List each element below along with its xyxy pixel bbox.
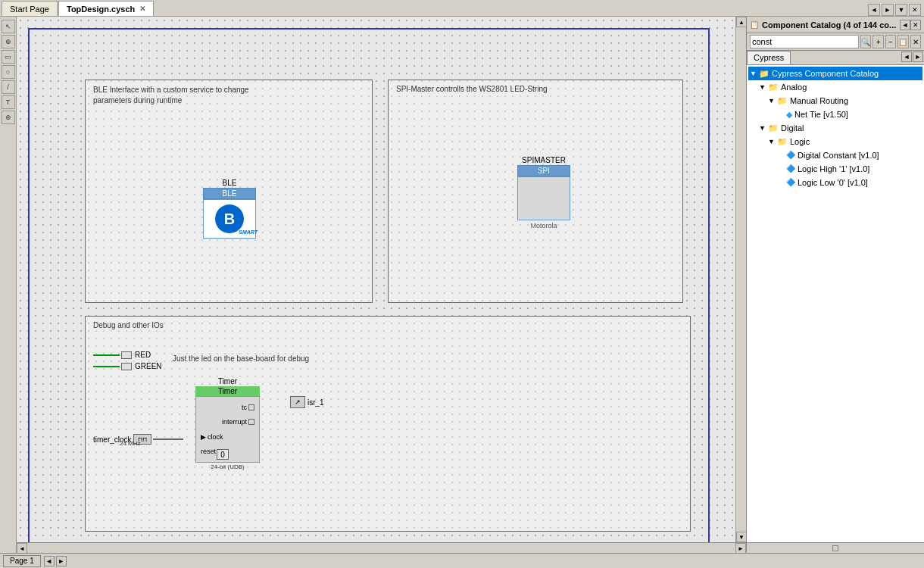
timer-header: Timer [195,386,260,396]
timer-bit-label: 24-bit (UDB) [195,463,260,470]
red-label: RED [135,351,151,359]
text-tool[interactable]: T [2,95,15,109]
tree-toggle-manual[interactable]: ▼ [768,95,777,107]
spi-body [517,176,570,220]
debug-desc-label: Just the led on the base-board for debug [173,354,309,363]
tab-close-icon[interactable]: ✕ [139,5,145,13]
analog-folder-icon: 📁 [768,81,779,93]
wire-tool[interactable]: ⊕ [2,35,15,48]
status-bar: Page 1 ◄ ► [0,553,924,568]
clock-freq-label: 24 MHz [120,440,141,447]
digital-label: Digital [781,122,804,134]
tree-item-logic-low[interactable]: 🔷 Logic Low '0' [v1.0] [748,176,922,189]
red-led: RED [93,351,151,359]
vertical-scrollbar[interactable]: ▲ ▼ [735,17,746,542]
bluetooth-smart-label: SMART [239,229,258,235]
collapse-btn[interactable]: − [885,35,896,48]
left-toolbar: ↖ ⊕ ▭ ○ / T ⊕ [0,17,17,553]
main-canvas: BLE Interface with a custom service to c… [17,17,735,542]
timer-clock-port-label: clock [208,433,223,441]
line-tool[interactable]: / [2,80,15,94]
ellipse-tool[interactable]: ○ [2,65,15,79]
tab-controls: ◄ ► ▼ ✕ [868,4,924,16]
catalog-search-bar: 🔍 + − 📋 ✕ [747,33,924,51]
catalog-search-input[interactable] [750,35,859,48]
page-nav: ◄ ► [44,556,67,566]
tree-item-catalog-root[interactable]: ▼ 📁 Cypress Component Catalog [748,67,922,80]
tree-area[interactable]: ▼ 📁 Cypress Component Catalog ▼ 📁 Analog [747,65,924,542]
rect-tool[interactable]: ▭ [2,50,15,64]
tree-toggle-catalog[interactable]: ▼ [750,67,759,80]
spi-header: SPI [517,165,570,176]
tab-nav-right[interactable]: ► [913,51,923,62]
scroll-h-track[interactable] [27,543,735,553]
tree-item-logic-high[interactable]: 🔷 Logic High '1' [v1.0] [748,162,922,176]
net-tie-label: Net Tie [v1.50] [794,108,848,120]
spi-subsystem-box: SPI-Master controlls the WS2801 LED-Stri… [388,80,683,303]
cypress-tab[interactable]: Cypress [747,51,791,64]
scroll-down-btn[interactable]: ▼ [736,532,747,542]
spi-subsystem-label: SPI-Master controlls the WS2801 LED-Stri… [396,85,548,93]
scroll-up-btn[interactable]: ▲ [736,17,747,27]
tree-item-analog[interactable]: ▼ 📁 Analog [748,80,922,94]
ble-subsystem-label: BLE Interface with a custom service to c… [93,85,249,106]
tree-toggle-logic[interactable]: ▼ [768,136,777,148]
spi-name-label: SPIMASTER [517,156,570,164]
ble-header: BLE [203,188,256,199]
right-panel: 📋 Component Catalog (4 of 144 co... ◄ ✕ … [746,17,924,542]
expand-btn[interactable]: + [872,35,883,48]
tab-top-design[interactable]: TopDesign.cysch ✕ [58,1,154,16]
search-btn[interactable]: 🔍 [860,35,871,48]
tree-item-digital-constant[interactable]: 🔷 Digital Constant [v1.0] [748,148,922,162]
tab-nav-next[interactable]: ► [882,4,894,16]
tree-toggle-analog[interactable]: ▼ [759,81,768,93]
panel-header: 📋 Component Catalog (4 of 144 co... ◄ ✕ [747,17,924,33]
digital-constant-label: Digital Constant [v1.0] [798,149,879,161]
spi-component[interactable]: SPIMASTER SPI Motorola [517,156,570,229]
catalog-root-label: Cypress Component Catalog [772,67,879,80]
panel-nav-btn[interactable]: ◄ [900,20,910,30]
reset-value-box[interactable]: 0 [217,449,229,460]
ble-component[interactable]: BLE BLE B SMART [203,179,256,239]
tab-nav-left[interactable]: ◄ [901,51,912,62]
tab-dropdown[interactable]: ▼ [895,4,907,16]
timer-interrupt-label: interrupt [222,418,247,426]
panel-icon: 📋 [750,20,759,29]
tree-item-net-tie[interactable]: ◆ Net Tie [v1.50] [748,108,922,121]
tab-close-all[interactable]: ✕ [909,4,921,16]
manual-routing-folder-icon: 📁 [777,95,788,107]
bluetooth-icon: B SMART [215,204,244,233]
bottom-right-corner [746,543,924,553]
spi-motorola-label: Motorola [517,222,570,229]
zoom-tool[interactable]: ⊕ [2,111,15,124]
tree-item-digital[interactable]: ▼ 📁 Digital [748,121,922,135]
tab-start-page[interactable]: Start Page [2,1,58,16]
logic-high-label: Logic High '1' [v1.0] [798,163,869,175]
catalog-folder-icon: 📁 [759,67,769,80]
tree-toggle-digital[interactable]: ▼ [759,122,768,134]
page-nav-left[interactable]: ◄ [44,556,55,566]
select-tool[interactable]: ↖ [2,20,15,33]
close-search-btn[interactable]: ✕ [910,35,921,48]
page-nav-right[interactable]: ► [56,556,67,566]
tree-item-logic[interactable]: ▼ 📁 Logic [748,135,922,148]
copy-btn[interactable]: 📋 [897,35,908,48]
isr-label: isr_1 [307,398,324,407]
tree-item-manual-routing[interactable]: ▼ 📁 Manual Routing [748,94,922,108]
isr-component[interactable]: ↗ isr_1 [290,396,324,408]
resize-handle[interactable] [832,545,838,551]
debug-subsystem-box: Debug and other IOs Just the led on the … [85,316,691,532]
green-led: GREEN [93,362,162,370]
scroll-v-track[interactable] [736,27,746,532]
logic-low-label: Logic Low '0' [v1.0] [798,176,868,189]
panel-close-btn[interactable]: ✕ [910,20,921,30]
debug-subsystem-label: Debug and other IOs [93,321,164,329]
panel-title: Component Catalog (4 of 144 co... [762,20,900,30]
catalog-tabs: Cypress ◄ ► [747,51,924,65]
timer-tc-label: tc [242,404,247,411]
scroll-right-btn[interactable]: ► [735,543,746,553]
horizontal-scrollbar[interactable]: ◄ ► [17,542,924,553]
scroll-left-btn[interactable]: ◄ [17,543,27,553]
logic-high-icon: 🔷 [786,163,795,175]
tab-nav-prev[interactable]: ◄ [868,4,880,16]
